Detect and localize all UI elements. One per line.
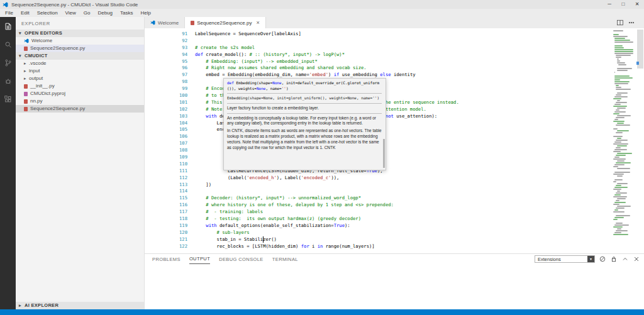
- activity-source-control-button[interactable]: [0, 53, 16, 72]
- tab-label: Welcome: [158, 20, 179, 26]
- panel-tab-terminal[interactable]: TERMINAL: [272, 255, 298, 264]
- tree-item-sequence2sequence-py[interactable]: Sequence2Sequence.py: [16, 105, 144, 113]
- panel-tab-output[interactable]: OUTPUT: [189, 254, 210, 264]
- menu-view[interactable]: View: [62, 9, 80, 17]
- code-line: # Right now assumes shared embedding and…: [195, 65, 611, 72]
- menu-selection[interactable]: Selection: [33, 9, 62, 17]
- minimap-line: [614, 45, 623, 47]
- maximize-button[interactable]: □: [616, 0, 630, 9]
- bottom-panel: PROBLEMS OUTPUT DEBUG CONSOLE TERMINAL E…: [145, 253, 644, 309]
- open-editor-welcome[interactable]: Welcome: [16, 37, 144, 45]
- activity-extensions-button[interactable]: [0, 90, 16, 108]
- close-tab-icon[interactable]: ×: [256, 19, 259, 26]
- maximize-panel-icon[interactable]: [621, 255, 629, 263]
- minimap-line: [614, 217, 624, 218]
- minimap-line: [617, 68, 632, 69]
- vscode-window: Sequence2Sequence.py - CMUDict - Visual …: [0, 0, 644, 315]
- code-line: # Decoder: (history*, input*) --> unnorm…: [195, 195, 611, 202]
- close-button[interactable]: ✕: [630, 0, 644, 9]
- line-number: 111: [145, 168, 191, 175]
- output-content[interactable]: [145, 264, 644, 309]
- minimap-line: [616, 162, 631, 163]
- status-bar: [0, 309, 644, 315]
- more-actions-icon[interactable]: [628, 19, 635, 26]
- tree-item-nn-py[interactable]: nn.py: [16, 97, 144, 105]
- minimize-button[interactable]: ─: [602, 0, 616, 9]
- tree-item-cmudict-pyproj[interactable]: CMUDict.pyproj: [16, 90, 144, 97]
- editor-scrollbar[interactable]: [636, 28, 644, 253]
- activity-explorer-button[interactable]: [0, 17, 16, 35]
- scroll-lock-icon[interactable]: [610, 255, 618, 263]
- line-number: 96: [145, 65, 191, 72]
- overview-ruler-marker: [636, 62, 639, 65]
- minimap-line: [614, 111, 626, 113]
- menu-tasks[interactable]: Tasks: [116, 9, 136, 17]
- minimap-line: [616, 155, 626, 156]
- tree-item-vscode-folder[interactable]: ▸ .vscode: [16, 60, 144, 67]
- code-line: rec_blocks = [LSTM(hidden_dim) for i in …: [195, 243, 611, 250]
- project-section-header[interactable]: ▾CMUDICT: [16, 52, 144, 60]
- minimap-line: [616, 140, 628, 141]
- menu-debug[interactable]: Debug: [94, 9, 116, 17]
- extensions-icon: [4, 95, 13, 104]
- activity-debug-button[interactable]: [0, 72, 16, 90]
- code-line: with default_options(enable_self_stabili…: [195, 223, 611, 229]
- chevron-right-icon: ▸: [24, 67, 29, 75]
- menu-file[interactable]: File: [1, 9, 17, 17]
- minimap-line: [617, 130, 629, 131]
- python-file-icon: [24, 84, 28, 89]
- minimap-line: [613, 174, 624, 175]
- minimap-line: [613, 189, 621, 190]
- minimap-line: [613, 181, 616, 182]
- menu-edit[interactable]: Edit: [17, 9, 33, 17]
- split-editor-icon[interactable]: [616, 19, 624, 26]
- output-channel-select[interactable]: Extensions ▾: [535, 255, 595, 263]
- code-line: # where history is one of these, delayed…: [195, 202, 611, 209]
- menu-help[interactable]: Help: [137, 9, 155, 17]
- line-number: 114: [145, 188, 191, 195]
- line-number: 122: [145, 243, 191, 250]
- hover-scrollbar[interactable]: [383, 139, 385, 168]
- open-editor-sequence2sequence[interactable]: Sequence2Sequence.py: [16, 45, 144, 52]
- vscode-file-icon: [24, 38, 29, 43]
- tree-item-output-folder[interactable]: ▸ output: [16, 75, 144, 82]
- minimap[interactable]: [612, 28, 636, 253]
- chevron-down-icon: ▾: [19, 30, 25, 37]
- open-editor-label: Welcome: [31, 37, 52, 45]
- clear-output-icon[interactable]: [599, 255, 606, 263]
- git-branch-icon: [4, 58, 13, 67]
- activity-search-button[interactable]: [0, 35, 16, 53]
- tree-item-label: nn.py: [30, 97, 43, 105]
- minimap-line: [614, 40, 630, 41]
- tree-item-input-folder[interactable]: ▸ input: [16, 67, 144, 75]
- title-bar: Sequence2Sequence.py - CMUDict - Visual …: [0, 0, 644, 9]
- code-line: LabelSequence = SequenceOver[labelAxis]: [195, 31, 611, 38]
- minimap-line: [613, 151, 621, 152]
- panel-tab-debug-console[interactable]: DEBUG CONSOLE: [219, 255, 264, 264]
- code-editor[interactable]: 9192939495969798991001011021031041051061…: [145, 28, 644, 253]
- chevron-right-icon: ▸: [24, 60, 29, 67]
- close-panel-icon[interactable]: [633, 255, 640, 263]
- hover-summary: Layer factory function to create a embed…: [227, 106, 382, 111]
- line-number: 112: [145, 175, 191, 182]
- line-number: 106: [145, 133, 191, 140]
- tree-item-init-py[interactable]: __init__.py: [16, 82, 144, 90]
- menu-go[interactable]: Go: [80, 9, 94, 17]
- hover-signature: def Embedding(shape=None, init=default_o…: [227, 80, 382, 91]
- minimap-line: [616, 200, 619, 201]
- minimap-line: [613, 34, 619, 35]
- minimap-line: [613, 204, 619, 205]
- minimap-line: [614, 79, 620, 80]
- panel-tab-problems[interactable]: PROBLEMS: [152, 255, 180, 264]
- line-number: 104: [145, 120, 191, 127]
- minimap-line: [617, 153, 632, 154]
- minimap-line: [614, 38, 625, 39]
- minimap-line: [613, 219, 618, 220]
- ai-explorer-header[interactable]: ▸AI EXPLORER: [16, 302, 144, 309]
- minimap-line: [614, 172, 630, 173]
- minimap-line: [614, 194, 621, 196]
- minimap-line: [614, 209, 618, 211]
- tab-sequence2sequence[interactable]: Sequence2Sequence.py ×: [185, 17, 265, 28]
- open-editors-header[interactable]: ▾OPEN EDITORS: [16, 30, 144, 37]
- tab-welcome[interactable]: Welcome: [145, 17, 185, 28]
